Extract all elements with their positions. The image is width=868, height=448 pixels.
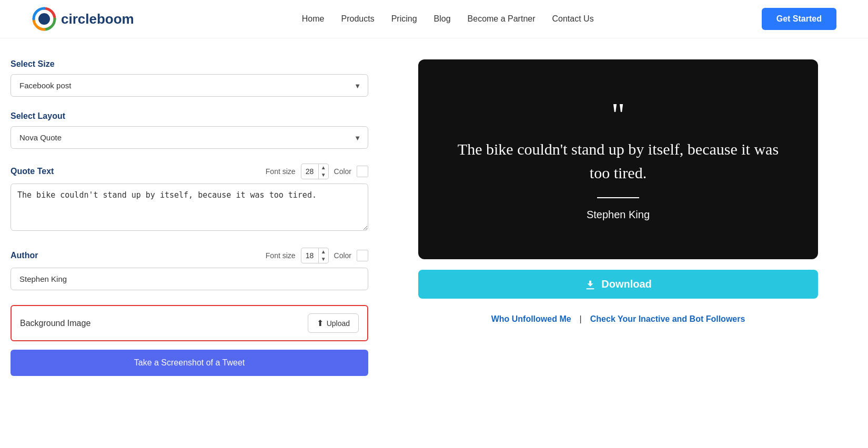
logo-icon bbox=[32, 6, 57, 32]
nav-partner[interactable]: Become a Partner bbox=[468, 14, 536, 24]
nav-products[interactable]: Products bbox=[341, 14, 374, 24]
bg-upload-row: Background Image ⬆ Upload bbox=[20, 313, 359, 333]
author-font-size-input: 18 ▲ ▼ bbox=[301, 248, 329, 263]
left-panel: Select Size Facebook post Twitter post I… bbox=[11, 59, 368, 385]
quote-preview-text: The bike couldn't stand up by itself, be… bbox=[450, 137, 786, 185]
footer-link-unfollowed[interactable]: Who Unfollowed Me bbox=[491, 314, 571, 324]
select-size-wrapper: Facebook post Twitter post Instagram pos… bbox=[11, 74, 368, 97]
quote-font-size-arrows: ▲ ▼ bbox=[318, 164, 328, 179]
select-size-dropdown[interactable]: Facebook post Twitter post Instagram pos… bbox=[11, 74, 368, 97]
quote-text-textarea[interactable] bbox=[11, 184, 368, 231]
author-input[interactable] bbox=[11, 268, 368, 290]
author-font-size-up[interactable]: ▲ bbox=[319, 248, 328, 256]
nav-home[interactable]: Home bbox=[302, 14, 325, 24]
author-font-size-label: Font size bbox=[266, 251, 296, 260]
footer-links: Who Unfollowed Me | Check Your Inactive … bbox=[418, 309, 818, 324]
author-group: Author Font size 18 ▲ ▼ Color bbox=[11, 248, 368, 290]
author-color-box[interactable] bbox=[357, 250, 368, 261]
quote-font-size-value: 28 bbox=[301, 165, 318, 178]
author-color-label: Color bbox=[334, 251, 351, 260]
main-nav: Home Products Pricing Blog Become a Part… bbox=[302, 14, 594, 24]
logo-text: circleboom bbox=[61, 11, 134, 27]
quote-divider bbox=[597, 197, 639, 198]
upload-icon: ⬆ bbox=[317, 318, 324, 328]
footer-link-inactive[interactable]: Check Your Inactive and Bot Followers bbox=[590, 314, 745, 324]
quote-color-label: Color bbox=[334, 167, 351, 176]
select-layout-dropdown[interactable]: Nova Quote Classic Quote Modern Quote bbox=[11, 126, 368, 149]
author-label: Author bbox=[11, 251, 38, 260]
nav-contact[interactable]: Contact Us bbox=[552, 14, 594, 24]
upload-button-label: Upload bbox=[327, 319, 350, 328]
quote-font-size-up[interactable]: ▲ bbox=[319, 164, 328, 171]
header: circleboom Home Products Pricing Blog Be… bbox=[0, 0, 868, 38]
download-icon bbox=[584, 279, 596, 290]
select-layout-group: Select Layout Nova Quote Classic Quote M… bbox=[11, 111, 368, 149]
main-content: Select Size Facebook post Twitter post I… bbox=[0, 38, 868, 406]
footer-separator: | bbox=[580, 314, 582, 324]
quote-text-group: Quote Text Font size 28 ▲ ▼ Color bbox=[11, 164, 368, 233]
quote-card-preview: " The bike couldn't stand up by itself, … bbox=[418, 59, 818, 259]
select-layout-label: Select Layout bbox=[11, 111, 368, 121]
select-size-label: Select Size bbox=[11, 59, 368, 69]
quote-font-size-label: Font size bbox=[266, 167, 296, 176]
author-row: Author Font size 18 ▲ ▼ Color bbox=[11, 248, 368, 263]
author-font-size-value: 18 bbox=[301, 249, 318, 262]
quote-mark: " bbox=[611, 98, 625, 132]
download-button-label: Download bbox=[601, 278, 652, 290]
bg-upload-box: Background Image ⬆ Upload bbox=[11, 305, 368, 341]
select-layout-wrapper: Nova Quote Classic Quote Modern Quote ▼ bbox=[11, 126, 368, 149]
author-font-size-down[interactable]: ▼ bbox=[319, 256, 328, 263]
quote-text-row: Quote Text Font size 28 ▲ ▼ Color bbox=[11, 164, 368, 179]
get-started-button[interactable]: Get Started bbox=[762, 8, 836, 30]
quote-text-label: Quote Text bbox=[11, 167, 54, 176]
quote-font-size-input: 28 ▲ ▼ bbox=[301, 164, 329, 179]
bg-image-label: Background Image bbox=[20, 319, 90, 328]
quote-font-size-down[interactable]: ▼ bbox=[319, 171, 328, 179]
quote-color-box[interactable] bbox=[357, 166, 368, 177]
upload-button[interactable]: ⬆ Upload bbox=[308, 313, 359, 333]
select-size-group: Select Size Facebook post Twitter post I… bbox=[11, 59, 368, 97]
right-panel: " The bike couldn't stand up by itself, … bbox=[400, 59, 836, 385]
logo-area: circleboom bbox=[32, 6, 134, 32]
svg-point-0 bbox=[38, 13, 50, 25]
screenshot-button[interactable]: Take a Screenshot of a Tweet bbox=[11, 350, 368, 376]
quote-preview-author: Stephen King bbox=[587, 209, 650, 221]
nav-pricing[interactable]: Pricing bbox=[391, 14, 417, 24]
download-button[interactable]: Download bbox=[418, 270, 818, 299]
author-font-size-arrows: ▲ ▼ bbox=[318, 248, 328, 263]
nav-blog[interactable]: Blog bbox=[434, 14, 451, 24]
